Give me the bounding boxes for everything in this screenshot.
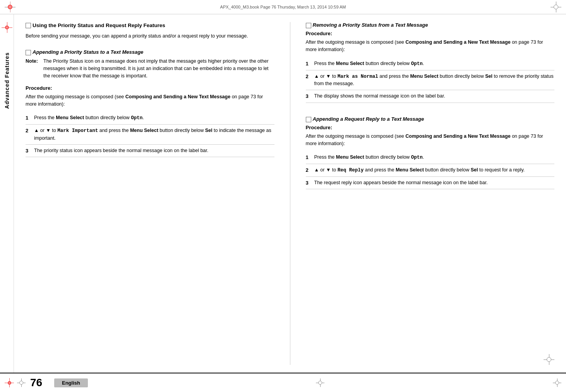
- note-label: Note:: [26, 58, 40, 79]
- step-item: 2 ▲ or ▼ to Req Reply and press the Menu…: [306, 164, 555, 177]
- procedure-label-removing: Procedure:: [306, 31, 555, 36]
- step-list-appending: 1 Press the Menu Select button directly …: [306, 151, 555, 189]
- sub-heading-appending: Appending a Request Reply to a Text Mess…: [306, 116, 555, 122]
- note-block: Note: The Priority Status icon on a mess…: [26, 58, 274, 79]
- header-book-info: APX_4000_M3.book Page 76 Thursday, March…: [220, 5, 346, 9]
- step-item: 2 ▲ or ▼ to Mark Important and press the…: [26, 125, 274, 145]
- section-icon-sub1: [26, 50, 31, 55]
- step-list-removing: 1 Press the Menu Select button directly …: [306, 58, 555, 103]
- footer-language: English: [54, 378, 88, 387]
- main-content: Using the Priority Status and Request Re…: [14, 14, 566, 373]
- header-bar: APX_4000_M3.book Page 76 Thursday, March…: [0, 0, 566, 14]
- procedure-label-appending: Procedure:: [306, 125, 555, 130]
- bottom-right-decoration: [306, 346, 555, 365]
- step-3-text-left: The priority status icon appears beside …: [34, 147, 208, 154]
- footer-crosshair-inner: [17, 378, 26, 387]
- footer: 76 English: [0, 373, 566, 392]
- sub-heading-1: Appending a Priority Status to a Text Me…: [26, 49, 274, 55]
- step-list-left: 1 Press the Menu Select button directly …: [26, 112, 274, 157]
- procedure-body-left: After the outgoing message is composed (…: [26, 93, 274, 108]
- appending-reply-section: Appending a Request Reply to a Text Mess…: [306, 116, 555, 190]
- section-icon-removing: [306, 23, 311, 28]
- procedure-body-removing: After the outgoing message is composed (…: [306, 39, 555, 54]
- footer-crosshair-right: [553, 378, 561, 387]
- sub-heading-removing: Removing a Priority Status from a Text M…: [306, 22, 555, 28]
- top-left-crosshair-icon: [5, 2, 15, 12]
- step-item: 3 The display shows the normal message i…: [306, 90, 555, 103]
- page: APX_4000_M3.book Page 76 Thursday, March…: [0, 0, 566, 392]
- page-number: 76: [30, 377, 50, 389]
- left-column: Using the Priority Status and Request Re…: [26, 22, 274, 365]
- step-item: 3 The request reply icon appears beside …: [306, 177, 555, 190]
- appending-priority-section: Appending a Priority Status to a Text Me…: [26, 49, 274, 157]
- main-body-text: Before sending your message, you can app…: [26, 33, 274, 40]
- footer-crosshair-left: [5, 378, 14, 387]
- right-column: Removing a Priority Status from a Text M…: [306, 22, 555, 365]
- step-item: 1 Press the Menu Select button directly …: [26, 112, 274, 125]
- step-item: 3 The priority status icon appears besid…: [26, 145, 274, 157]
- step-item: 1 Press the Menu Select button directly …: [306, 151, 555, 164]
- step-item: 1 Press the Menu Select button directly …: [306, 58, 555, 70]
- main-heading: Using the Priority Status and Request Re…: [26, 22, 274, 29]
- content-area: Advanced Features Using the Priority Sta…: [0, 14, 566, 373]
- top-right-crosshair-icon: [551, 2, 561, 12]
- footer-center-decoration: [93, 378, 548, 387]
- section-icon-left: [26, 23, 31, 28]
- section-icon-appending: [306, 117, 311, 122]
- main-section: Using the Priority Status and Request Re…: [26, 22, 274, 44]
- note-text: The Priority Status icon on a message do…: [43, 58, 274, 79]
- sidebar: Advanced Features: [0, 14, 14, 373]
- sidebar-label: Advanced Features: [4, 52, 10, 109]
- procedure-label-left: Procedure:: [26, 85, 274, 91]
- procedure-body-appending: After the outgoing message is composed (…: [306, 133, 555, 148]
- step-item: 2 ▲ or ▼ to Mark as Normal and press the…: [306, 70, 555, 91]
- column-divider: [290, 22, 290, 365]
- removing-priority-section: Removing a Priority Status from a Text M…: [306, 22, 555, 103]
